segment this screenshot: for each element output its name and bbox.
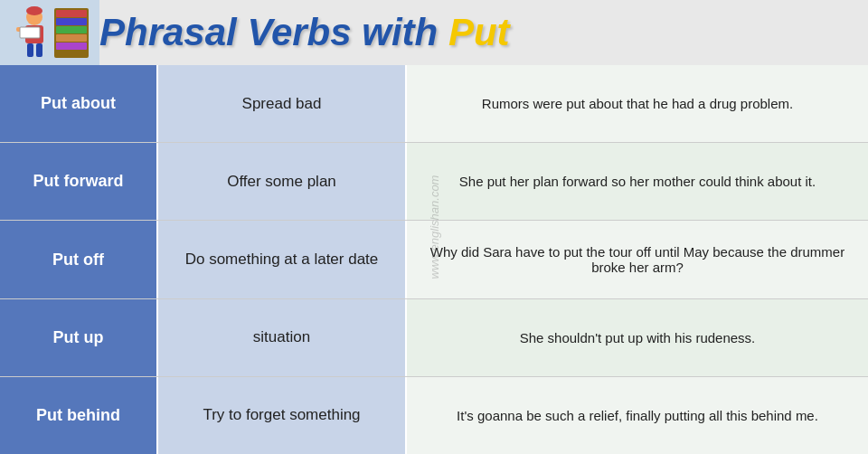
example-cell: Rumors were put about that he had a drug… — [407, 65, 868, 142]
verb-cell: Put forward — [0, 143, 158, 220]
svg-rect-2 — [56, 18, 87, 25]
meaning-cell: situation — [158, 299, 407, 376]
meaning-cell: Try to forget something — [158, 377, 407, 454]
meaning-cell: Do something at a later date — [158, 221, 407, 298]
header: Phrasal Verbs with Put — [0, 0, 868, 65]
verb-cell: Put off — [0, 221, 158, 298]
example-cell: It's goanna be such a relief, finally pu… — [407, 377, 868, 454]
table-row: Put upsituationShe shouldn't put up with… — [0, 299, 868, 377]
verb-cell: Put up — [0, 299, 158, 376]
svg-rect-5 — [56, 43, 87, 50]
table-row: Put offDo something at a later dateWhy d… — [0, 221, 868, 298]
table-container: Put aboutSpread badRumors were put about… — [0, 65, 868, 454]
verb-cell: Put behind — [0, 377, 158, 454]
page-title: Phrasal Verbs with Put — [99, 11, 510, 54]
table-row: Put behindTry to forget somethingIt's go… — [0, 377, 868, 454]
svg-rect-3 — [56, 26, 87, 33]
header-illustration — [0, 0, 99, 65]
table-row: Put aboutSpread badRumors were put about… — [0, 65, 868, 143]
verb-cell: Put about — [0, 65, 158, 142]
svg-rect-12 — [36, 43, 42, 57]
table-row: Put forwardOffer some planShe put her pl… — [0, 143, 868, 221]
svg-rect-1 — [56, 10, 87, 17]
svg-rect-4 — [56, 34, 87, 42]
meaning-cell: Offer some plan — [158, 143, 407, 220]
svg-rect-10 — [20, 27, 40, 38]
svg-rect-11 — [27, 43, 33, 57]
example-cell: She shouldn't put up with his rudeness. — [407, 299, 868, 376]
meaning-cell: Spread bad — [158, 65, 407, 142]
svg-point-7 — [26, 6, 42, 15]
example-cell: Why did Sara have to put the tour off un… — [407, 221, 868, 298]
example-cell: She put her plan forward so her mother c… — [407, 143, 868, 220]
